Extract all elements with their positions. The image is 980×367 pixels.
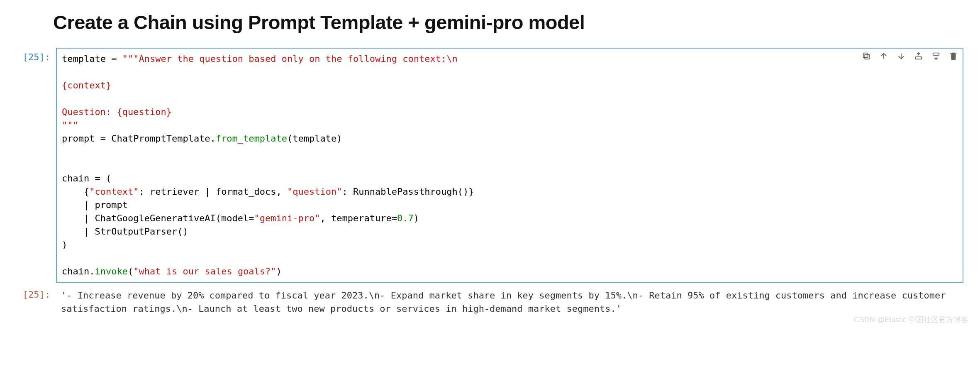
insert-below-icon[interactable] bbox=[930, 50, 942, 62]
string-literal: """ bbox=[62, 120, 78, 130]
duplicate-icon[interactable] bbox=[861, 50, 872, 62]
code-text: , temperature= bbox=[320, 213, 397, 223]
move-up-icon[interactable] bbox=[878, 50, 890, 62]
code-text: chain. bbox=[62, 266, 95, 276]
code-text: template = bbox=[62, 54, 122, 64]
string-literal: {context} bbox=[62, 80, 111, 91]
code-text: ( bbox=[128, 266, 133, 276]
code-text: | ChatGoogleGenerativeAI(model= bbox=[62, 213, 254, 223]
code-text: { bbox=[62, 186, 89, 197]
cell-toolbar bbox=[861, 50, 959, 62]
number-literal: 0.7 bbox=[397, 213, 414, 223]
svg-rect-0 bbox=[865, 54, 869, 59]
code-text: ) bbox=[62, 240, 67, 250]
code-text: ) bbox=[414, 213, 419, 223]
method-name: invoke bbox=[95, 266, 127, 276]
code-text: : retriever | format_docs, bbox=[139, 186, 281, 197]
svg-rect-2 bbox=[916, 57, 922, 59]
string-literal: "gemini-pro" bbox=[254, 213, 320, 223]
svg-rect-3 bbox=[933, 53, 939, 56]
svg-rect-1 bbox=[863, 53, 868, 58]
code-text: ) bbox=[276, 266, 282, 276]
method-name: from_template bbox=[216, 133, 287, 144]
string-literal: Question: {question} bbox=[62, 107, 172, 117]
string-literal: "question" bbox=[287, 186, 342, 197]
code-text: : RunnablePassthrough()} bbox=[342, 186, 474, 197]
move-down-icon[interactable] bbox=[895, 50, 907, 62]
code-cell[interactable]: template = """Answer the question based … bbox=[56, 48, 963, 283]
string-literal: "what is our sales goals?" bbox=[133, 266, 276, 276]
watermark: CSDN @Elastic 中国社区官方博客 bbox=[854, 315, 968, 324]
output-text: '- Increase revenue by 20% compared to f… bbox=[56, 285, 963, 316]
code-text: | prompt bbox=[62, 200, 128, 210]
string-literal: """Answer the question based only on the… bbox=[122, 54, 458, 64]
section-heading: Create a Chain using Prompt Template + g… bbox=[53, 11, 963, 34]
output-prompt: [25]: bbox=[12, 285, 56, 300]
code-content[interactable]: template = """Answer the question based … bbox=[62, 52, 958, 278]
code-text bbox=[282, 186, 287, 197]
input-prompt: [25]: bbox=[12, 48, 56, 62]
insert-above-icon[interactable] bbox=[913, 50, 924, 62]
delete-icon[interactable] bbox=[948, 50, 959, 62]
code-text: chain = ( bbox=[62, 173, 111, 184]
code-text: (template) bbox=[287, 133, 342, 144]
string-literal: "context" bbox=[89, 186, 139, 197]
code-text: prompt = ChatPromptTemplate. bbox=[62, 133, 216, 144]
code-text: | StrOutputParser() bbox=[62, 226, 188, 237]
output-cell-row: [25]: '- Increase revenue by 20% compare… bbox=[12, 285, 963, 316]
input-cell-row: [25]: bbox=[12, 48, 963, 283]
